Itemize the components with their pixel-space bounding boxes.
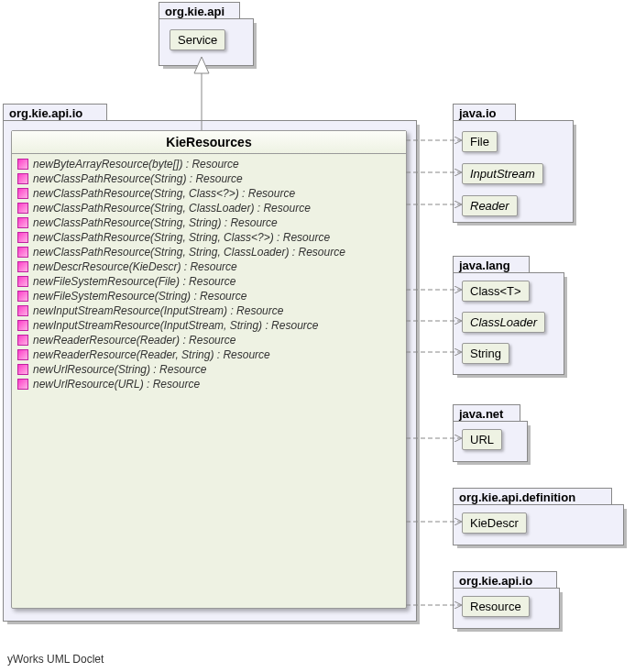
method-line: newClassPathResource(String, Class<?>) :…	[17, 186, 400, 201]
class-url[interactable]: URL	[462, 429, 502, 450]
class-body: newByteArrayResource(byte[]) : Resourcen…	[12, 154, 406, 394]
class-kieresources[interactable]: KieResources newByteArrayResource(byte[]…	[11, 130, 407, 609]
method-text: newClassPathResource(String) : Resource	[33, 172, 243, 185]
method-icon	[17, 379, 28, 390]
method-line: newClassPathResource(String, String, Cla…	[17, 230, 400, 245]
method-icon	[17, 320, 28, 331]
class-classt[interactable]: Class<T>	[462, 281, 530, 302]
method-text: newUrlResource(URL) : Resource	[33, 378, 200, 391]
class-service[interactable]: Service	[170, 29, 225, 50]
footer-text: yWorks UML Doclet	[7, 653, 104, 666]
class-classloader[interactable]: ClassLoader	[462, 312, 545, 333]
method-line: newClassPathResource(String, ClassLoader…	[17, 201, 400, 215]
method-text: newClassPathResource(String, String) : R…	[33, 216, 278, 229]
class-kiedescr[interactable]: KieDescr	[462, 512, 527, 534]
method-text: newClassPathResource(String, String, Cla…	[33, 246, 345, 259]
method-text: newFileSystemResource(String) : Resource	[33, 290, 246, 303]
method-icon	[17, 305, 28, 316]
method-line: newInputStreamResource(InputStream) : Re…	[17, 303, 400, 318]
class-reader[interactable]: Reader	[462, 195, 518, 216]
method-text: newClassPathResource(String, String, Cla…	[33, 231, 330, 244]
method-icon	[17, 188, 28, 199]
method-line: newClassPathResource(String, String) : R…	[17, 215, 400, 230]
method-line: newClassPathResource(String, String, Cla…	[17, 245, 400, 259]
method-line: newFileSystemResource(File) : Resource	[17, 274, 400, 289]
class-resource[interactable]: Resource	[462, 596, 530, 617]
method-icon	[17, 335, 28, 346]
method-text: newFileSystemResource(File) : Resource	[33, 275, 235, 288]
method-text: newByteArrayResource(byte[]) : Resource	[33, 158, 239, 171]
method-text: newDescrResource(KieDescr) : Resource	[33, 260, 237, 273]
method-icon	[17, 276, 28, 287]
method-text: newInputStreamResource(InputStream, Stri…	[33, 319, 318, 332]
class-inputstream[interactable]: InputStream	[462, 163, 543, 184]
method-icon	[17, 203, 28, 214]
class-string[interactable]: String	[462, 343, 509, 364]
class-file[interactable]: File	[462, 131, 498, 152]
method-text: newReaderResource(Reader) : Resource	[33, 334, 235, 347]
method-icon	[17, 173, 28, 184]
method-line: newClassPathResource(String) : Resource	[17, 171, 400, 186]
method-line: newUrlResource(URL) : Resource	[17, 377, 400, 391]
method-line: newByteArrayResource(byte[]) : Resource	[17, 157, 400, 171]
method-icon	[17, 291, 28, 302]
method-icon	[17, 159, 28, 170]
method-text: newInputStreamResource(InputStream) : Re…	[33, 304, 283, 317]
method-line: newReaderResource(Reader) : Resource	[17, 333, 400, 347]
method-text: newUrlResource(String) : Resource	[33, 363, 206, 376]
method-icon	[17, 261, 28, 272]
method-line: newUrlResource(String) : Resource	[17, 362, 400, 377]
method-line: newReaderResource(Reader, String) : Reso…	[17, 347, 400, 362]
method-line: newInputStreamResource(InputStream, Stri…	[17, 318, 400, 333]
class-title: KieResources	[12, 131, 406, 154]
method-text: newClassPathResource(String, ClassLoader…	[33, 202, 311, 215]
method-icon	[17, 232, 28, 243]
method-icon	[17, 364, 28, 375]
method-line: newFileSystemResource(String) : Resource	[17, 289, 400, 303]
method-text: newClassPathResource(String, Class<?>) :…	[33, 187, 295, 200]
method-icon	[17, 247, 28, 258]
method-icon	[17, 349, 28, 360]
method-icon	[17, 217, 28, 228]
method-line: newDescrResource(KieDescr) : Resource	[17, 259, 400, 274]
method-text: newReaderResource(Reader, String) : Reso…	[33, 348, 270, 361]
